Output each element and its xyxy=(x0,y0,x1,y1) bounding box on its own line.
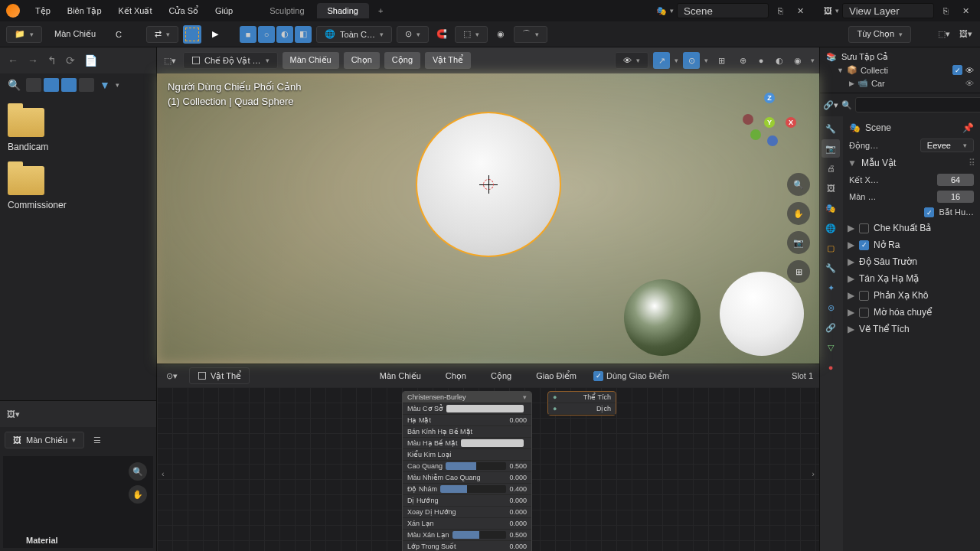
solid-icon[interactable]: ● xyxy=(753,52,769,69)
principled-bsdf-node[interactable]: Christensen-Burley▾ Màu Cơ Sở Hạ Mặt0.00… xyxy=(402,391,532,551)
copy-layer-icon[interactable]: ⎘ xyxy=(937,2,954,19)
list-view-icon[interactable] xyxy=(26,78,41,92)
img-editor-icon[interactable]: 🖼▾ xyxy=(5,406,21,422)
nav-back-icon[interactable]: ← xyxy=(5,53,21,68)
pin-icon[interactable]: 📌 xyxy=(962,122,974,133)
cursor-tool[interactable]: ▶ xyxy=(206,25,224,44)
dof-panel[interactable]: ▶Độ Sâu Trườn xyxy=(848,253,975,270)
tab-scene-icon[interactable]: 🎭 xyxy=(822,199,840,217)
menu-icon[interactable]: ☰ xyxy=(89,432,106,448)
engine-dropdown[interactable]: Eevee ▾ xyxy=(920,139,974,152)
zoom-icon[interactable]: 🔍 xyxy=(787,173,810,196)
x-axis-icon[interactable]: X xyxy=(786,117,796,128)
sampling-panel[interactable]: ▼Mẫu Vật ⠿ xyxy=(848,155,975,171)
pan-icon[interactable]: ✋ xyxy=(787,202,810,225)
folder-commissioner[interactable]: Commissioner xyxy=(8,166,149,210)
vp-add-menu[interactable]: Cộng xyxy=(384,52,420,69)
tab-output-icon[interactable]: 🖨 xyxy=(822,159,840,178)
tab-material-icon[interactable]: ● xyxy=(822,358,840,377)
matpreview-icon[interactable]: ◐ xyxy=(771,52,788,69)
ao-panel[interactable]: ▶Che Khuất Bả xyxy=(848,220,975,236)
hand-icon[interactable]: ✋ xyxy=(129,485,147,504)
menu-render[interactable]: Kết Xuất xyxy=(111,3,160,19)
close-layer-icon[interactable]: ✕ xyxy=(957,2,974,19)
node-view[interactable]: Màn Chiếu xyxy=(372,368,429,384)
tab-physics-icon[interactable]: ⊚ xyxy=(822,298,840,317)
wire-icon[interactable]: ⊕ xyxy=(734,52,751,69)
nav-fwd-icon[interactable]: → xyxy=(24,53,41,68)
options-dropdown[interactable]: Tùy Chọn ▾ xyxy=(848,26,911,43)
tab-sculpting[interactable]: Sculpting xyxy=(259,3,315,18)
eye-icon[interactable]: 👁 xyxy=(965,79,974,88)
tab-data-icon[interactable]: ▽ xyxy=(822,338,840,357)
viewport-denoise-check[interactable]: ✓ xyxy=(924,207,934,217)
scale-icon[interactable]: ◐ xyxy=(276,26,293,43)
select-tool[interactable] xyxy=(183,25,201,44)
scene-breadcrumb[interactable]: 🎭 Scene 📌 xyxy=(848,119,975,136)
collection-row[interactable]: ▼📦 Collecti ✓ 👁 xyxy=(823,64,977,77)
tab-render-icon[interactable]: 📷 xyxy=(822,139,840,158)
camera-row[interactable]: ▶📹 Car 👁 xyxy=(823,77,977,90)
vp-object-menu[interactable]: Vật Thể xyxy=(425,52,471,69)
transform-icon[interactable]: ◧ xyxy=(295,26,312,43)
visibility-dropdown[interactable]: 👁 ▾ xyxy=(615,52,648,69)
tab-object-icon[interactable]: ▢ xyxy=(822,239,840,257)
outliner-filter-icon[interactable]: ⬚▾ xyxy=(936,26,952,43)
drag-icon[interactable]: ⠿ xyxy=(969,158,975,168)
close-scene-icon[interactable]: ✕ xyxy=(792,2,808,19)
thumb-icon[interactable] xyxy=(79,78,94,92)
scene-selector[interactable]: 🎭 ▾ ⎘ ✕ xyxy=(656,2,808,19)
eye-icon[interactable]: 👁 xyxy=(965,66,974,75)
thumb-small-icon[interactable] xyxy=(44,78,59,92)
tab-modifier-icon[interactable]: 🔧 xyxy=(822,259,840,277)
check-icon[interactable]: ✓ xyxy=(952,65,962,75)
3d-viewport[interactable]: Người Dùng Chiếu Phối Cảnh (1) Collectio… xyxy=(157,73,819,364)
viewlayer-selector[interactable]: 🖼 ▾ ⎘ ✕ xyxy=(824,2,974,19)
nav-up-icon[interactable]: ↰ xyxy=(44,53,60,68)
persp-icon[interactable]: ⊞ xyxy=(787,260,810,283)
tab-viewlayer-icon[interactable]: 🖼 xyxy=(822,179,840,197)
y-axis-icon[interactable]: Y xyxy=(764,117,775,128)
pivot-dropdown[interactable]: ⊙ ▾ xyxy=(397,26,429,43)
view-menu[interactable]: Màn Chiếu xyxy=(47,26,103,42)
view-samples-value[interactable]: 16 xyxy=(937,191,974,203)
filter-icon[interactable]: ▼ xyxy=(96,77,113,93)
snap-dropdown[interactable]: ⇄ ▾ xyxy=(146,26,178,43)
render-samples-value[interactable]: 64 xyxy=(937,174,974,186)
tab-add[interactable]: + xyxy=(371,3,390,18)
rendered-icon[interactable]: ◉ xyxy=(789,52,806,69)
tab-tool-icon[interactable]: 🔧 xyxy=(822,119,840,138)
tab-particle-icon[interactable]: ✦ xyxy=(822,279,840,297)
xray-icon[interactable]: ⊞ xyxy=(713,52,730,69)
move-icon[interactable]: ■ xyxy=(240,26,256,43)
bloom-panel[interactable]: ▶✓Nở Ra xyxy=(848,236,975,253)
panel-left-icon[interactable]: ‹ xyxy=(162,469,165,478)
node-editor-icon[interactable]: ⊙▾ xyxy=(163,367,180,384)
tab-shading[interactable]: Shading xyxy=(317,3,369,18)
slot-label[interactable]: Slot 1 xyxy=(792,371,813,380)
folder-bandicam[interactable]: Bandicam xyxy=(8,108,149,152)
transform-pills[interactable]: ■ ○ ◐ ◧ xyxy=(240,26,312,43)
menu-window[interactable]: Cửa Sổ xyxy=(162,3,206,19)
prop-edit[interactable]: ◉ xyxy=(492,26,509,43)
neg-z-icon[interactable] xyxy=(767,135,778,146)
prop-falloff[interactable]: ⌒ ▾ xyxy=(514,26,547,43)
img-view-dropdown[interactable]: 🖼 Màn Chiếu ▾ xyxy=(5,432,84,448)
nav-refresh-icon[interactable]: ⟳ xyxy=(63,53,78,68)
viewlayer-input[interactable] xyxy=(842,3,934,18)
ssr-panel[interactable]: ▶Phản Xạ Khô xyxy=(848,287,975,304)
editor-type-dropdown[interactable]: 📁 ▾ xyxy=(6,26,42,43)
gizmo-toggle[interactable]: ↗ xyxy=(653,52,670,69)
overlay-toggle[interactable]: ⊙ xyxy=(683,52,700,69)
node-node[interactable]: Giao Điểm xyxy=(528,368,584,384)
copy-scene-icon[interactable]: ⎘ xyxy=(772,2,789,19)
scene-input[interactable] xyxy=(677,3,769,18)
motionblur-panel[interactable]: ▶Mờ hóa chuyể xyxy=(848,304,975,321)
editor-icon[interactable]: ⬚▾ xyxy=(162,52,178,69)
tab-world-icon[interactable]: 🌐 xyxy=(822,219,840,237)
neg-y-icon[interactable] xyxy=(750,129,761,140)
outliner-display-icon[interactable]: 🖼▾ xyxy=(957,26,974,43)
menu-edit[interactable]: Biên Tập xyxy=(60,3,109,19)
thumb-large-icon[interactable] xyxy=(61,78,77,92)
material-output-node[interactable]: ● Thể Tích ● Dịch xyxy=(547,391,616,416)
